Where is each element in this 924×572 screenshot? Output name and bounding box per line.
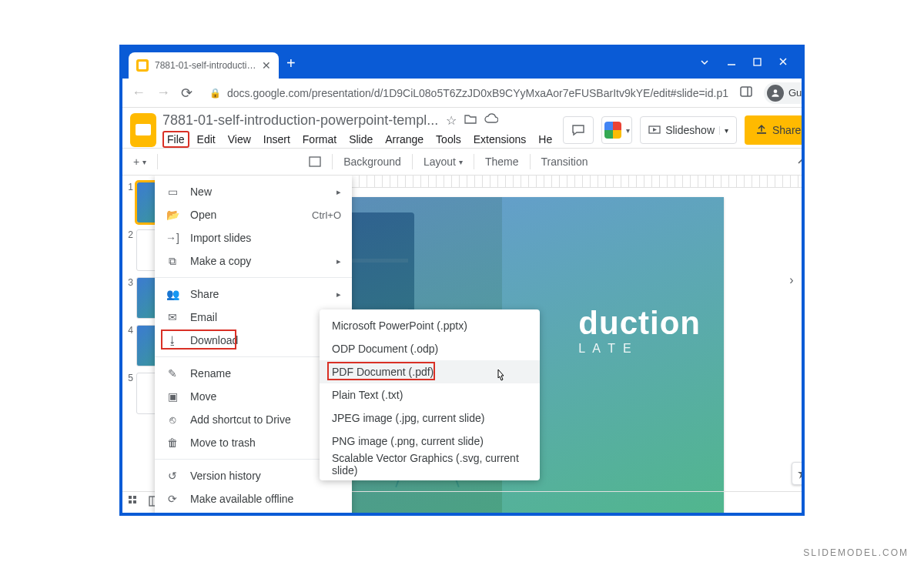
menu-tools[interactable]: Tools — [431, 131, 466, 148]
svg-rect-12 — [133, 500, 136, 503]
svg-rect-9 — [129, 496, 132, 499]
trash-icon: 🗑 — [166, 437, 179, 449]
document-title[interactable]: 7881-01-self-introduction-powerpoint-tem… — [162, 112, 438, 129]
download-icon: ⭳ — [166, 334, 179, 346]
fit-icon[interactable] — [303, 153, 327, 170]
svg-rect-10 — [133, 496, 136, 499]
profile-button[interactable]: Guest — [764, 82, 805, 104]
thumb-number: 1 — [126, 182, 133, 223]
menu-slide[interactable]: Slide — [344, 131, 377, 148]
app-area: 7881-01-self-introduction-powerpoint-tem… — [122, 108, 802, 513]
menu-arrange[interactable]: Arrange — [380, 131, 428, 148]
share-label: Share — [772, 124, 801, 136]
menu-item-make-copy[interactable]: ⧉ Make a copy▸ — [155, 249, 352, 273]
slides-favicon-icon — [136, 59, 149, 72]
share-button[interactable]: Share — [745, 115, 805, 145]
cursor-pointer-icon — [494, 368, 507, 388]
menu-item-new[interactable]: ▭ New▸ — [155, 180, 352, 203]
menu-insert[interactable]: Insert — [259, 131, 295, 148]
download-odp[interactable]: ODP Document (.odp) — [320, 337, 540, 360]
workspace: 1 2 3 4 5 — [122, 176, 805, 513]
menu-item-offline[interactable]: ⟳ Make available offline — [155, 487, 352, 510]
docs-main: 7881-01-self-introduction-powerpoint-tem… — [122, 108, 805, 513]
slides-logo-icon[interactable] — [130, 113, 156, 147]
cloud-status-icon[interactable] — [484, 113, 498, 128]
menu-format[interactable]: Format — [298, 131, 341, 148]
toolbar: +▾ Background Layout▾ Theme Transition — [122, 148, 805, 176]
download-png[interactable]: PNG image (.png, current slide) — [320, 430, 540, 453]
side-panel-expand-icon[interactable]: › — [782, 270, 802, 290]
window-controls — [699, 57, 802, 70]
slideshow-button[interactable]: Slideshow ▾ — [640, 116, 737, 144]
move-icon: ▣ — [166, 390, 179, 403]
svg-rect-11 — [129, 500, 132, 503]
import-icon: →] — [166, 232, 179, 244]
window-chevron-icon[interactable] — [699, 57, 710, 70]
side-panel-icon[interactable] — [739, 85, 753, 101]
download-pptx[interactable]: Microsoft PowerPoint (.pptx) — [320, 314, 540, 337]
meet-button[interactable]: ▾ — [601, 116, 632, 144]
menu-item-import[interactable]: →] Import slides — [155, 226, 352, 249]
slideshow-label: Slideshow — [665, 124, 715, 136]
explore-button[interactable] — [792, 462, 805, 485]
thumb-number: 4 — [126, 325, 133, 366]
drive-shortcut-icon: ⎋ — [166, 413, 179, 426]
avatar-icon — [767, 85, 784, 102]
window-close-icon[interactable] — [778, 57, 788, 70]
comments-button[interactable] — [563, 116, 594, 144]
tab-close-icon[interactable]: ✕ — [262, 59, 271, 72]
thumb-number: 3 — [126, 277, 133, 319]
toolbar-theme[interactable]: Theme — [479, 152, 525, 171]
download-submenu: Microsoft PowerPoint (.pptx) ODP Documen… — [320, 309, 540, 480]
slide-title-text: duction L A T E — [578, 305, 701, 356]
download-jpg[interactable]: JPEG image (.jpg, current slide) — [320, 406, 540, 430]
menu-item-share[interactable]: 👥 Share▸ — [155, 283, 352, 306]
toolbar-transition[interactable]: Transition — [535, 152, 594, 171]
new-slide-button[interactable]: +▾ — [127, 152, 152, 171]
menu-help[interactable]: He — [534, 131, 557, 148]
toolbar-background[interactable]: Background — [337, 152, 407, 171]
svg-rect-1 — [754, 59, 761, 65]
browser-tab[interactable]: 7881-01-self-introduction-powe ✕ — [129, 52, 279, 79]
toolbar-layout[interactable]: Layout▾ — [417, 152, 469, 171]
svg-rect-2 — [741, 87, 752, 96]
star-icon[interactable]: ☆ — [446, 113, 457, 128]
move-file-icon[interactable] — [464, 113, 477, 128]
svg-rect-6 — [757, 132, 766, 133]
svg-rect-7 — [310, 157, 320, 166]
menu-view[interactable]: View — [223, 131, 256, 148]
folder-open-icon: 📂 — [166, 209, 179, 221]
window-minimize-icon[interactable] — [727, 57, 736, 70]
chrome-titlebar: 7881-01-self-introduction-powe ✕ + — [122, 48, 802, 79]
tab-title: 7881-01-self-introduction-powe — [155, 60, 259, 71]
toolbar-collapse-icon[interactable] — [595, 156, 805, 167]
copy-icon: ⧉ — [166, 255, 179, 268]
menu-file[interactable]: File — [162, 131, 189, 148]
email-icon: ✉ — [166, 311, 179, 323]
thumb-number: 2 — [126, 229, 133, 271]
meet-icon — [604, 122, 621, 139]
menubar: File Edit View Insert Format Slide Arran… — [162, 131, 557, 148]
pencil-icon: ✎ — [166, 367, 179, 380]
thumb-number: 5 — [126, 373, 133, 414]
file-new-icon: ▭ — [166, 186, 179, 198]
profile-label: Guest — [788, 87, 805, 99]
lock-icon: 🔒 — [209, 88, 221, 99]
menu-item-open[interactable]: 📂 Open Ctrl+O — [155, 203, 352, 226]
download-svg[interactable]: Scalable Vector Graphics (.svg, current … — [320, 453, 540, 476]
window-maximize-icon[interactable] — [753, 57, 762, 70]
nav-reload-icon[interactable]: ⟳ — [181, 85, 192, 102]
menu-edit[interactable]: Edit — [192, 131, 220, 148]
nav-forward-icon[interactable]: → — [156, 85, 170, 101]
nav-back-icon[interactable]: ← — [132, 85, 146, 101]
chrome-urlbar: ← → ⟳ 🔒 docs.google.com/presentation/d/1… — [122, 79, 802, 108]
chrome-window: 7881-01-self-introduction-powe ✕ + ← → ⟳… — [119, 45, 805, 516]
grid-view-icon[interactable] — [129, 496, 141, 510]
offline-icon: ⟳ — [166, 493, 179, 505]
address-bar[interactable]: 🔒 docs.google.com/presentation/d/1D9CiL0… — [203, 87, 728, 99]
menu-extensions[interactable]: Extensions — [469, 131, 531, 148]
history-icon: ↺ — [166, 470, 179, 482]
new-tab-button[interactable]: + — [286, 55, 296, 72]
watermark-text: SLIDEMODEL.COM — [803, 547, 909, 558]
svg-marker-8 — [798, 468, 805, 479]
